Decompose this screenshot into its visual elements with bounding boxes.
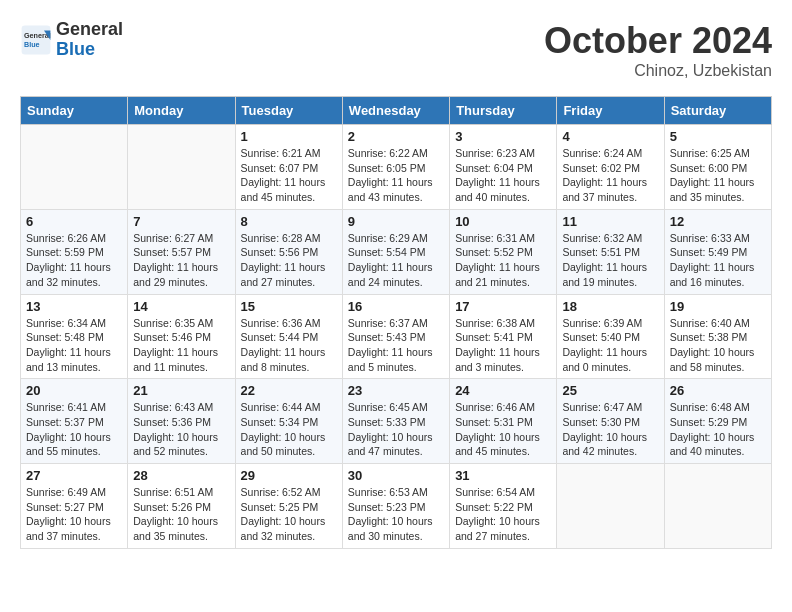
day-cell: 3Sunrise: 6:23 AM Sunset: 6:04 PM Daylig… <box>450 125 557 210</box>
day-cell: 7Sunrise: 6:27 AM Sunset: 5:57 PM Daylig… <box>128 209 235 294</box>
day-cell: 12Sunrise: 6:33 AM Sunset: 5:49 PM Dayli… <box>664 209 771 294</box>
day-cell: 8Sunrise: 6:28 AM Sunset: 5:56 PM Daylig… <box>235 209 342 294</box>
day-number: 30 <box>348 468 444 483</box>
col-friday: Friday <box>557 97 664 125</box>
week-row-1: 1Sunrise: 6:21 AM Sunset: 6:07 PM Daylig… <box>21 125 772 210</box>
day-info: Sunrise: 6:54 AM Sunset: 5:22 PM Dayligh… <box>455 485 551 544</box>
day-cell: 6Sunrise: 6:26 AM Sunset: 5:59 PM Daylig… <box>21 209 128 294</box>
day-info: Sunrise: 6:46 AM Sunset: 5:31 PM Dayligh… <box>455 400 551 459</box>
day-number: 3 <box>455 129 551 144</box>
day-info: Sunrise: 6:39 AM Sunset: 5:40 PM Dayligh… <box>562 316 658 375</box>
day-info: Sunrise: 6:33 AM Sunset: 5:49 PM Dayligh… <box>670 231 766 290</box>
day-cell: 17Sunrise: 6:38 AM Sunset: 5:41 PM Dayli… <box>450 294 557 379</box>
day-number: 5 <box>670 129 766 144</box>
day-info: Sunrise: 6:25 AM Sunset: 6:00 PM Dayligh… <box>670 146 766 205</box>
day-number: 18 <box>562 299 658 314</box>
day-info: Sunrise: 6:28 AM Sunset: 5:56 PM Dayligh… <box>241 231 337 290</box>
day-cell: 31Sunrise: 6:54 AM Sunset: 5:22 PM Dayli… <box>450 464 557 549</box>
day-cell: 2Sunrise: 6:22 AM Sunset: 6:05 PM Daylig… <box>342 125 449 210</box>
day-info: Sunrise: 6:49 AM Sunset: 5:27 PM Dayligh… <box>26 485 122 544</box>
day-number: 11 <box>562 214 658 229</box>
day-number: 15 <box>241 299 337 314</box>
day-number: 1 <box>241 129 337 144</box>
day-number: 13 <box>26 299 122 314</box>
col-monday: Monday <box>128 97 235 125</box>
day-cell: 21Sunrise: 6:43 AM Sunset: 5:36 PM Dayli… <box>128 379 235 464</box>
day-info: Sunrise: 6:35 AM Sunset: 5:46 PM Dayligh… <box>133 316 229 375</box>
day-cell: 5Sunrise: 6:25 AM Sunset: 6:00 PM Daylig… <box>664 125 771 210</box>
col-tuesday: Tuesday <box>235 97 342 125</box>
day-number: 23 <box>348 383 444 398</box>
col-sunday: Sunday <box>21 97 128 125</box>
day-cell: 4Sunrise: 6:24 AM Sunset: 6:02 PM Daylig… <box>557 125 664 210</box>
day-info: Sunrise: 6:29 AM Sunset: 5:54 PM Dayligh… <box>348 231 444 290</box>
day-info: Sunrise: 6:51 AM Sunset: 5:26 PM Dayligh… <box>133 485 229 544</box>
day-number: 8 <box>241 214 337 229</box>
day-info: Sunrise: 6:22 AM Sunset: 6:05 PM Dayligh… <box>348 146 444 205</box>
day-number: 22 <box>241 383 337 398</box>
day-number: 29 <box>241 468 337 483</box>
day-info: Sunrise: 6:45 AM Sunset: 5:33 PM Dayligh… <box>348 400 444 459</box>
day-cell: 15Sunrise: 6:36 AM Sunset: 5:44 PM Dayli… <box>235 294 342 379</box>
title-block: October 2024 Chinoz, Uzbekistan <box>544 20 772 80</box>
logo-icon: General Blue <box>20 24 52 56</box>
day-cell: 20Sunrise: 6:41 AM Sunset: 5:37 PM Dayli… <box>21 379 128 464</box>
day-number: 2 <box>348 129 444 144</box>
col-wednesday: Wednesday <box>342 97 449 125</box>
day-info: Sunrise: 6:53 AM Sunset: 5:23 PM Dayligh… <box>348 485 444 544</box>
day-number: 19 <box>670 299 766 314</box>
day-cell: 26Sunrise: 6:48 AM Sunset: 5:29 PM Dayli… <box>664 379 771 464</box>
calendar-body: 1Sunrise: 6:21 AM Sunset: 6:07 PM Daylig… <box>21 125 772 549</box>
day-info: Sunrise: 6:23 AM Sunset: 6:04 PM Dayligh… <box>455 146 551 205</box>
week-row-5: 27Sunrise: 6:49 AM Sunset: 5:27 PM Dayli… <box>21 464 772 549</box>
day-number: 4 <box>562 129 658 144</box>
day-cell: 27Sunrise: 6:49 AM Sunset: 5:27 PM Dayli… <box>21 464 128 549</box>
day-info: Sunrise: 6:47 AM Sunset: 5:30 PM Dayligh… <box>562 400 658 459</box>
day-number: 27 <box>26 468 122 483</box>
day-cell: 13Sunrise: 6:34 AM Sunset: 5:48 PM Dayli… <box>21 294 128 379</box>
day-cell: 30Sunrise: 6:53 AM Sunset: 5:23 PM Dayli… <box>342 464 449 549</box>
day-info: Sunrise: 6:27 AM Sunset: 5:57 PM Dayligh… <box>133 231 229 290</box>
day-cell: 28Sunrise: 6:51 AM Sunset: 5:26 PM Dayli… <box>128 464 235 549</box>
day-number: 26 <box>670 383 766 398</box>
day-info: Sunrise: 6:34 AM Sunset: 5:48 PM Dayligh… <box>26 316 122 375</box>
day-cell: 16Sunrise: 6:37 AM Sunset: 5:43 PM Dayli… <box>342 294 449 379</box>
week-row-3: 13Sunrise: 6:34 AM Sunset: 5:48 PM Dayli… <box>21 294 772 379</box>
day-number: 12 <box>670 214 766 229</box>
day-number: 31 <box>455 468 551 483</box>
month-title: October 2024 <box>544 20 772 62</box>
day-number: 16 <box>348 299 444 314</box>
day-number: 14 <box>133 299 229 314</box>
day-cell: 1Sunrise: 6:21 AM Sunset: 6:07 PM Daylig… <box>235 125 342 210</box>
day-number: 6 <box>26 214 122 229</box>
svg-text:Blue: Blue <box>24 40 40 49</box>
day-info: Sunrise: 6:26 AM Sunset: 5:59 PM Dayligh… <box>26 231 122 290</box>
day-cell: 14Sunrise: 6:35 AM Sunset: 5:46 PM Dayli… <box>128 294 235 379</box>
day-number: 24 <box>455 383 551 398</box>
location-subtitle: Chinoz, Uzbekistan <box>544 62 772 80</box>
page-header: General Blue General Blue October 2024 C… <box>20 20 772 80</box>
day-cell: 22Sunrise: 6:44 AM Sunset: 5:34 PM Dayli… <box>235 379 342 464</box>
day-info: Sunrise: 6:37 AM Sunset: 5:43 PM Dayligh… <box>348 316 444 375</box>
day-number: 21 <box>133 383 229 398</box>
day-info: Sunrise: 6:24 AM Sunset: 6:02 PM Dayligh… <box>562 146 658 205</box>
day-cell: 10Sunrise: 6:31 AM Sunset: 5:52 PM Dayli… <box>450 209 557 294</box>
logo: General Blue General Blue <box>20 20 123 60</box>
week-row-4: 20Sunrise: 6:41 AM Sunset: 5:37 PM Dayli… <box>21 379 772 464</box>
day-info: Sunrise: 6:32 AM Sunset: 5:51 PM Dayligh… <box>562 231 658 290</box>
day-cell: 29Sunrise: 6:52 AM Sunset: 5:25 PM Dayli… <box>235 464 342 549</box>
header-row: Sunday Monday Tuesday Wednesday Thursday… <box>21 97 772 125</box>
week-row-2: 6Sunrise: 6:26 AM Sunset: 5:59 PM Daylig… <box>21 209 772 294</box>
day-cell <box>664 464 771 549</box>
day-cell <box>21 125 128 210</box>
day-info: Sunrise: 6:41 AM Sunset: 5:37 PM Dayligh… <box>26 400 122 459</box>
day-info: Sunrise: 6:52 AM Sunset: 5:25 PM Dayligh… <box>241 485 337 544</box>
col-thursday: Thursday <box>450 97 557 125</box>
col-saturday: Saturday <box>664 97 771 125</box>
day-info: Sunrise: 6:48 AM Sunset: 5:29 PM Dayligh… <box>670 400 766 459</box>
day-cell <box>557 464 664 549</box>
day-info: Sunrise: 6:40 AM Sunset: 5:38 PM Dayligh… <box>670 316 766 375</box>
day-info: Sunrise: 6:44 AM Sunset: 5:34 PM Dayligh… <box>241 400 337 459</box>
logo-text: General Blue <box>56 20 123 60</box>
calendar-table: Sunday Monday Tuesday Wednesday Thursday… <box>20 96 772 549</box>
